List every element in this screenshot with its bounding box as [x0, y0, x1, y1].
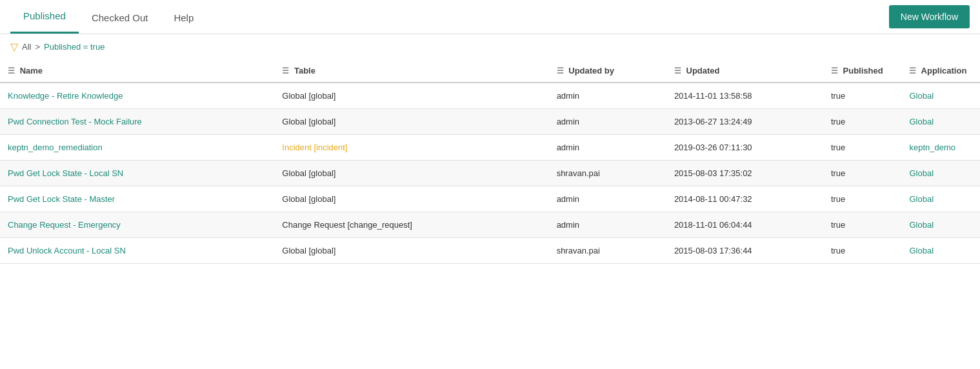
table-row: keptn_demo_remediationIncident [incident… — [0, 135, 980, 161]
workflow-updated-by: admin — [549, 212, 666, 238]
workflow-updated-by: shravan.pai — [549, 161, 666, 186]
workflow-application-link[interactable]: Global — [909, 168, 934, 178]
tab-help[interactable]: Help — [161, 2, 206, 34]
workflow-name-link[interactable]: Pwd Unlock Account - Local SN — [8, 246, 126, 255]
workflow-table-value: Change Request [change_request] — [274, 212, 548, 238]
col-application-icon: ☰ — [909, 66, 916, 75]
tab-checked-out[interactable]: Checked Out — [79, 2, 161, 34]
workflow-published-value: true — [823, 212, 902, 238]
workflow-updated-by: admin — [549, 186, 666, 212]
tabs-bar: Published Checked Out Help New Workflow — [0, 0, 980, 34]
col-header-published[interactable]: ☰ Published — [823, 59, 902, 83]
col-header-table[interactable]: ☰ Table — [274, 59, 548, 83]
workflow-application-link[interactable]: Global — [909, 117, 934, 126]
table-row: Pwd Connection Test - Mock FailureGlobal… — [0, 109, 980, 135]
filter-bar: ▽ All > Published = true — [0, 34, 980, 59]
workflow-updated: 2019-03-26 07:11:30 — [666, 135, 823, 161]
filter-active-label[interactable]: Published = true — [44, 42, 105, 52]
workflow-published-value: true — [823, 186, 902, 212]
workflow-name-link[interactable]: Pwd Connection Test - Mock Failure — [8, 117, 142, 126]
table-row: Pwd Get Lock State - Local SNGlobal [glo… — [0, 161, 980, 186]
workflow-updated: 2015-08-03 17:35:02 — [666, 161, 823, 186]
workflow-updated-by: admin — [549, 135, 666, 161]
col-updatedby-icon: ☰ — [557, 66, 564, 75]
table-header-row: ☰ Name ☰ Table ☰ Updated by ☰ Updated ☰ … — [0, 59, 980, 83]
filter-separator: > — [35, 42, 40, 52]
workflow-name-link[interactable]: keptn_demo_remediation — [8, 143, 103, 152]
table-row: Change Request - EmergencyChange Request… — [0, 212, 980, 238]
workflow-application-link[interactable]: Global — [909, 91, 934, 101]
tab-published[interactable]: Published — [10, 0, 79, 34]
workflow-table-value: Global [global] — [274, 238, 548, 264]
filter-icon: ▽ — [10, 41, 18, 53]
workflow-table-value: Global [global] — [274, 161, 548, 186]
workflow-updated: 2014-08-11 00:47:32 — [666, 186, 823, 212]
workflow-updated-by: admin — [549, 109, 666, 135]
table-row: Knowledge - Retire KnowledgeGlobal [glob… — [0, 83, 980, 109]
workflow-updated: 2015-08-03 17:36:44 — [666, 238, 823, 264]
col-header-updatedby[interactable]: ☰ Updated by — [549, 59, 666, 83]
col-name-icon: ☰ — [8, 66, 15, 75]
workflow-updated: 2013-06-27 13:24:49 — [666, 109, 823, 135]
workflow-published-value: true — [823, 161, 902, 186]
workflow-application-link[interactable]: Global — [909, 194, 934, 204]
filter-all-label[interactable]: All — [22, 42, 31, 52]
col-header-application[interactable]: ☰ Application — [901, 59, 980, 83]
workflow-published-value: true — [823, 135, 902, 161]
workflow-name-link[interactable]: Change Request - Emergency — [8, 220, 121, 230]
workflow-table-value: Global [global] — [274, 186, 548, 212]
col-header-updated[interactable]: ☰ Updated — [666, 59, 823, 83]
workflow-published-value: true — [823, 83, 902, 109]
col-table-icon: ☰ — [282, 66, 289, 75]
tabs-container: Published Checked Out Help New Workflow — [0, 0, 980, 34]
table-row: Pwd Unlock Account - Local SNGlobal [glo… — [0, 238, 980, 264]
workflow-published-value: true — [823, 238, 902, 264]
col-updated-icon: ☰ — [674, 66, 681, 75]
col-published-icon: ☰ — [831, 66, 838, 75]
workflow-application-link[interactable]: Global — [909, 220, 934, 230]
col-header-name[interactable]: ☰ Name — [0, 59, 274, 83]
workflow-application-link[interactable]: Global — [909, 246, 934, 255]
workflow-published-value: true — [823, 109, 902, 135]
workflow-table-link[interactable]: Incident [incident] — [282, 143, 347, 152]
workflow-application-link[interactable]: keptn_demo — [909, 143, 955, 152]
workflow-updated-by: admin — [549, 83, 666, 109]
new-workflow-button[interactable]: New Workflow — [889, 5, 970, 28]
workflow-updated-by: shravan.pai — [549, 238, 666, 264]
workflow-table-value: Global [global] — [274, 109, 548, 135]
workflow-table-value: Global [global] — [274, 83, 548, 109]
table-row: Pwd Get Lock State - MasterGlobal [globa… — [0, 186, 980, 212]
workflow-name-link[interactable]: Knowledge - Retire Knowledge — [8, 91, 123, 101]
workflow-name-link[interactable]: Pwd Get Lock State - Master — [8, 194, 115, 204]
workflow-updated: 2014-11-01 13:58:58 — [666, 83, 823, 109]
workflows-table: ☰ Name ☰ Table ☰ Updated by ☰ Updated ☰ … — [0, 59, 980, 264]
workflow-name-link[interactable]: Pwd Get Lock State - Local SN — [8, 168, 123, 178]
workflow-updated: 2018-11-01 06:04:44 — [666, 212, 823, 238]
